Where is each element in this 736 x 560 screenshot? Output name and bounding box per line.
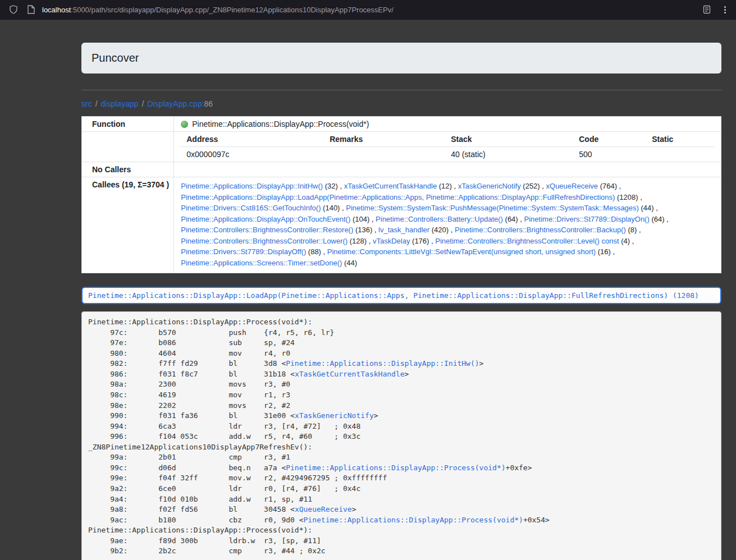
static-value bbox=[646, 147, 714, 162]
column-address: Address bbox=[181, 132, 324, 147]
breadcrumb-displayapp[interactable]: displayapp bbox=[101, 99, 139, 108]
no-callers-row: No Callers bbox=[82, 162, 721, 177]
callee-stack-size: (44) bbox=[639, 204, 654, 212]
callee-stack-size: (32) bbox=[323, 182, 338, 190]
callee-stack-size: (4) bbox=[619, 237, 630, 245]
page-icon[interactable] bbox=[27, 5, 35, 14]
page-container: Puncover src/displayapp/DisplayApp.cpp:8… bbox=[81, 20, 721, 560]
code-symbol-link[interactable]: xTaskGenericNotify bbox=[295, 411, 374, 420]
highlighted-callee-box: Pinetime::Applications::DisplayApp::Load… bbox=[81, 287, 721, 304]
breadcrumb: src/displayapp/DisplayApp.cpp:86 bbox=[81, 99, 721, 108]
callee-link[interactable]: xTaskGenericNotify bbox=[458, 182, 521, 190]
url-host: localhost bbox=[42, 6, 71, 14]
column-remarks: Remarks bbox=[324, 132, 445, 147]
callee-stack-size: (88) bbox=[306, 247, 321, 256]
reader-view-icon[interactable] bbox=[703, 5, 711, 14]
page-title: Puncover bbox=[92, 52, 139, 64]
callee-link[interactable]: Pinetime::Applications::DisplayApp::OnTo… bbox=[181, 215, 350, 223]
callee-stack-size: (764) bbox=[598, 182, 617, 190]
column-stack: Stack bbox=[445, 132, 573, 147]
function-table: Function Pinetime::Applications::Display… bbox=[81, 116, 721, 273]
column-code: Code bbox=[573, 132, 646, 147]
callee-link[interactable]: Pinetime::Applications::DisplayApp::Load… bbox=[181, 193, 615, 201]
no-callers-cell bbox=[174, 162, 721, 177]
divider bbox=[81, 90, 721, 90]
callee-link[interactable]: Pinetime::Applications::Screens::Timer::… bbox=[181, 259, 342, 267]
callee-link[interactable]: Pinetime::Controllers::BrightnessControl… bbox=[435, 237, 619, 245]
callee-stack-size: (176) bbox=[410, 237, 429, 245]
overflow-menu-icon[interactable] bbox=[721, 5, 729, 15]
breadcrumb-line-number: 86 bbox=[204, 99, 213, 108]
metrics-row-head bbox=[82, 132, 174, 162]
callee-link[interactable]: Pinetime::Drivers::St7789::DisplayOn() bbox=[524, 215, 650, 223]
app-title-panel: Puncover bbox=[81, 43, 721, 74]
code-symbol-link[interactable]: Pinetime::Applications::DisplayApp::Proc… bbox=[286, 463, 505, 472]
callee-stack-size: (252) bbox=[521, 182, 540, 190]
callees-label: Callees (19, Σ=3704 ) bbox=[82, 177, 174, 273]
callees-list: Pinetime::Applications::DisplayApp::Init… bbox=[174, 177, 721, 273]
function-name: Pinetime::Applications::DisplayApp::Proc… bbox=[192, 120, 369, 128]
callee-link[interactable]: xTaskGetCurrentTaskHandle bbox=[344, 182, 437, 190]
url-bar[interactable]: localhost:5000/path/src/displayapp/Displ… bbox=[42, 6, 696, 14]
callee-stack-size: (1208) bbox=[615, 193, 638, 201]
callee-stack-size: (64) bbox=[650, 215, 665, 223]
column-static: Static bbox=[646, 132, 714, 147]
metrics-table: Address Remarks Stack Code Static 0x0000… bbox=[181, 132, 714, 162]
url-path: :5000/path/src/displayapp/DisplayApp.cpp… bbox=[71, 6, 394, 14]
callee-link[interactable]: xQueueReceive bbox=[546, 182, 598, 190]
function-name-cell: Pinetime::Applications::DisplayApp::Proc… bbox=[174, 117, 721, 132]
metrics-cell: Address Remarks Stack Code Static 0x0000… bbox=[174, 132, 721, 162]
callee-stack-size: (64) bbox=[503, 215, 518, 223]
callee-link[interactable]: lv_task_handler bbox=[378, 226, 429, 234]
callee-link[interactable]: Pinetime::Controllers::BrightnessControl… bbox=[455, 226, 626, 234]
metrics-row: Address Remarks Stack Code Static 0x0000… bbox=[82, 132, 721, 162]
metrics-values-row: 0x0000097c 40 (static) 500 bbox=[181, 147, 714, 162]
function-label: Function bbox=[82, 117, 174, 132]
address-value: 0x0000097c bbox=[181, 147, 324, 162]
callee-link[interactable]: Pinetime::Controllers::BrightnessControl… bbox=[181, 237, 348, 245]
callee-link[interactable]: Pinetime::Drivers::St7789::DisplayOff() bbox=[181, 247, 306, 256]
callee-stack-size: (140) bbox=[321, 204, 340, 212]
callee-link[interactable]: Pinetime::Controllers::Battery::Update() bbox=[376, 215, 503, 223]
callee-link[interactable]: Pinetime::System::SystemTask::PushMessag… bbox=[346, 204, 639, 212]
remarks-value bbox=[324, 147, 445, 162]
callee-stack-size: (8) bbox=[626, 226, 637, 234]
browser-toolbar: localhost:5000/path/src/displayapp/Displ… bbox=[0, 0, 736, 20]
callee-link[interactable]: Pinetime::Controllers::BrightnessControl… bbox=[181, 226, 353, 234]
callee-stack-size: (104) bbox=[350, 215, 369, 223]
callee-stack-size: (16) bbox=[596, 247, 611, 256]
callee-stack-size: (12) bbox=[437, 182, 452, 190]
function-row: Function Pinetime::Applications::Display… bbox=[82, 117, 721, 132]
breadcrumb-src[interactable]: src bbox=[81, 99, 92, 108]
callee-link[interactable]: vTaskDelay bbox=[373, 237, 410, 245]
highlighted-callee-link[interactable]: Pinetime::Applications::DisplayApp::Load… bbox=[88, 291, 699, 300]
code-symbol-link[interactable]: xTaskGetCurrentTaskHandle bbox=[295, 370, 405, 378]
callee-link[interactable]: Pinetime::Components::LittleVgl::SetNewT… bbox=[327, 247, 596, 256]
breadcrumb-separator: / bbox=[95, 99, 98, 108]
breadcrumb-separator: / bbox=[142, 99, 144, 108]
stack-value: 40 (static) bbox=[445, 147, 573, 162]
code-symbol-link[interactable]: xQueueReceive bbox=[295, 505, 352, 513]
function-icon bbox=[181, 121, 188, 128]
breadcrumb-file[interactable]: DisplayApp.cpp: bbox=[147, 99, 204, 108]
code-symbol-link[interactable]: Pinetime::Applications::DisplayApp::Proc… bbox=[304, 516, 523, 524]
callee-link[interactable]: Pinetime::Applications::DisplayApp::Init… bbox=[181, 182, 323, 190]
no-callers-label: No Callers bbox=[82, 162, 174, 177]
shield-icon[interactable] bbox=[9, 5, 18, 14]
callee-stack-size: (136) bbox=[353, 226, 372, 234]
callee-stack-size: (44) bbox=[342, 259, 357, 267]
code-symbol-link[interactable]: Pinetime::Applications::DisplayApp::Init… bbox=[286, 359, 479, 368]
code-value: 500 bbox=[573, 147, 646, 162]
disassembly: Pinetime::Applications::DisplayApp::Proc… bbox=[81, 311, 721, 560]
callee-stack-size: (128) bbox=[348, 237, 367, 245]
callee-link[interactable]: Pinetime::Drivers::Cst816S::GetTouchInfo… bbox=[181, 204, 321, 212]
callees-row: Callees (19, Σ=3704 ) Pinetime::Applicat… bbox=[82, 177, 721, 273]
callee-stack-size: (420) bbox=[429, 226, 449, 234]
